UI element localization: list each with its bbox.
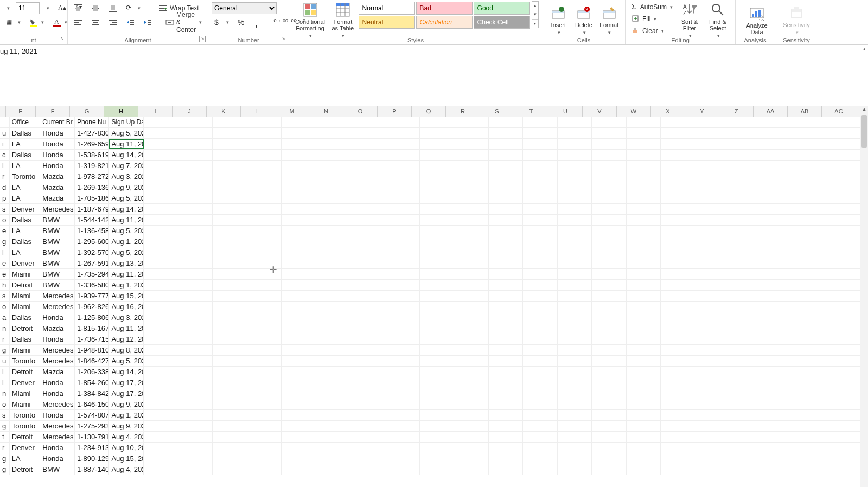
column-header[interactable]: S <box>480 106 514 117</box>
empty-cell[interactable] <box>661 421 695 431</box>
empty-cell[interactable] <box>799 291 834 301</box>
column-header[interactable]: N <box>309 106 343 117</box>
empty-cell[interactable] <box>730 464 765 475</box>
data-cell[interactable]: 1-136-458 <box>75 226 110 236</box>
data-cell[interactable]: g <box>0 421 10 431</box>
empty-cell[interactable] <box>316 312 351 323</box>
empty-cell[interactable] <box>144 443 178 453</box>
empty-cell[interactable] <box>213 388 247 399</box>
empty-cell[interactable] <box>350 356 385 366</box>
empty-cell[interactable] <box>592 312 627 323</box>
empty-cell[interactable] <box>799 150 834 160</box>
empty-cell[interactable] <box>695 204 730 214</box>
data-rows[interactable]: OfficeCurrent BrPhone NuSign Up DateuDal… <box>0 117 868 475</box>
data-cell[interactable]: Aug 14, 2021 <box>109 150 144 160</box>
empty-cell[interactable] <box>592 215 627 225</box>
empty-cell[interactable] <box>247 150 282 160</box>
empty-cell[interactable] <box>799 117 834 127</box>
empty-cell[interactable] <box>144 388 178 399</box>
empty-cell[interactable] <box>316 215 351 225</box>
empty-cell[interactable] <box>144 117 178 127</box>
empty-cell[interactable] <box>627 182 661 193</box>
empty-cell[interactable] <box>489 247 524 258</box>
data-cell[interactable]: Toronto <box>10 421 41 431</box>
empty-cell[interactable] <box>489 291 524 301</box>
column-header[interactable]: M <box>275 106 309 117</box>
empty-cell[interactable] <box>247 204 282 214</box>
formula-collapse-icon[interactable]: ▴ <box>860 46 868 54</box>
empty-cell[interactable] <box>799 139 834 149</box>
empty-cell[interactable] <box>144 312 178 323</box>
empty-cell[interactable] <box>627 215 661 225</box>
empty-cell[interactable] <box>316 161 351 171</box>
data-cell[interactable]: Aug 17, 2021 <box>109 388 144 399</box>
data-cell[interactable]: Aug 1, 2021 <box>109 280 144 290</box>
empty-cell[interactable] <box>454 258 489 268</box>
empty-cell[interactable] <box>661 171 695 182</box>
empty-cell[interactable] <box>489 334 524 344</box>
empty-cell[interactable] <box>764 464 799 475</box>
data-cell[interactable]: e <box>0 226 10 236</box>
empty-cell[interactable] <box>523 345 558 355</box>
empty-cell[interactable] <box>385 345 420 355</box>
data-cell[interactable]: Aug 17, 2021 <box>109 377 144 388</box>
column-header[interactable]: I <box>138 106 173 117</box>
empty-cell[interactable] <box>385 291 420 301</box>
table-row[interactable]: iDenverHonda1-854-260Aug 17, 2021 <box>0 377 868 388</box>
empty-cell[interactable] <box>558 171 592 182</box>
data-cell[interactable]: Mercedes <box>40 291 75 301</box>
empty-cell[interactable] <box>213 236 247 247</box>
data-cell[interactable]: Miami <box>10 291 41 301</box>
styles-scroll-up-icon[interactable]: ▲ <box>532 2 538 10</box>
data-cell[interactable]: 1-890-129 <box>75 453 110 464</box>
empty-cell[interactable] <box>213 345 247 355</box>
empty-cell[interactable] <box>627 453 661 464</box>
empty-cell[interactable] <box>385 247 420 258</box>
data-cell[interactable]: g <box>0 453 10 464</box>
empty-cell[interactable] <box>247 312 282 323</box>
data-cell[interactable]: Aug 13, 2021 <box>109 258 144 268</box>
empty-cell[interactable] <box>385 139 420 149</box>
data-cell[interactable]: Dallas <box>10 215 41 225</box>
empty-cell[interactable] <box>695 161 730 171</box>
empty-cell[interactable] <box>420 291 455 301</box>
empty-cell[interactable] <box>178 323 213 334</box>
empty-cell[interactable] <box>695 323 730 334</box>
empty-cell[interactable] <box>730 302 765 312</box>
empty-cell[interactable] <box>764 204 799 214</box>
empty-cell[interactable] <box>799 356 834 366</box>
empty-cell[interactable] <box>592 367 627 377</box>
empty-cell[interactable] <box>316 139 351 149</box>
empty-cell[interactable] <box>695 356 730 366</box>
empty-cell[interactable] <box>350 258 385 268</box>
empty-cell[interactable] <box>661 367 695 377</box>
empty-cell[interactable] <box>799 388 834 399</box>
data-cell[interactable]: n <box>0 388 10 399</box>
empty-cell[interactable] <box>420 117 455 127</box>
data-cell[interactable]: LA <box>10 247 41 258</box>
empty-cell[interactable] <box>764 139 799 149</box>
data-cell[interactable]: Mazda <box>40 182 75 193</box>
table-row[interactable]: rTorontoMazda1-978-272Aug 3, 2021 <box>0 171 868 182</box>
empty-cell[interactable] <box>764 215 799 225</box>
empty-cell[interactable] <box>661 399 695 409</box>
table-row[interactable]: aDallasHonda1-125-806Aug 3, 2021 <box>0 312 868 323</box>
empty-cell[interactable] <box>764 128 799 138</box>
empty-cell[interactable] <box>764 345 799 355</box>
column-header[interactable]: AA <box>754 106 788 117</box>
empty-cell[interactable] <box>247 117 282 127</box>
data-cell[interactable]: Miami <box>10 399 41 409</box>
data-cell[interactable]: Aug 9, 2021 <box>109 399 144 409</box>
empty-cell[interactable] <box>420 443 455 453</box>
align-center-button[interactable] <box>88 16 103 28</box>
empty-cell[interactable] <box>661 377 695 388</box>
empty-cell[interactable] <box>523 161 558 171</box>
data-cell[interactable]: 1-538-619 <box>75 150 110 160</box>
empty-cell[interactable] <box>592 421 627 431</box>
data-cell[interactable]: o <box>0 302 10 312</box>
cell-style-good[interactable]: Good <box>474 2 530 15</box>
empty-cell[interactable] <box>454 399 489 409</box>
data-cell[interactable]: Miami <box>10 269 41 279</box>
number-format-dropdown[interactable]: GeneralNumberCurrencyAccountingShort Dat… <box>212 2 277 14</box>
empty-cell[interactable] <box>316 453 351 464</box>
